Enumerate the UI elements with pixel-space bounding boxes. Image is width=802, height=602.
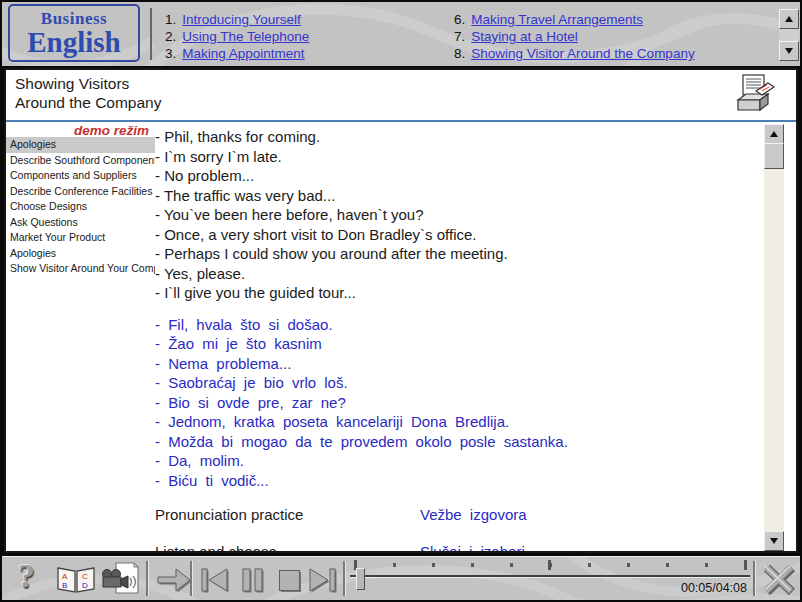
sidebar-item-describe-southford-components[interactable]: Describe Southford Components: [6, 153, 155, 169]
application-window: Business English 1. Introducing Yourself…: [0, 0, 802, 602]
sidebar-item-show-visitor-around[interactable]: Show Visitor Around Your Comp: [6, 261, 155, 277]
dictionary-button[interactable]: A B C D: [56, 564, 96, 598]
previous-track-button[interactable]: [196, 561, 234, 600]
content-scrollbar[interactable]: [764, 124, 784, 551]
lesson-link-7[interactable]: 7. Staying at a Hotel: [454, 28, 695, 45]
sidebar-item-ask-questions[interactable]: Ask Questions: [6, 215, 155, 231]
dialogue-line-sr: - Biću ti vodič...: [155, 471, 748, 491]
dialogue-line-en: - You`ve been here before, haven`t you?: [155, 205, 748, 225]
next-track-button[interactable]: [304, 561, 342, 600]
lesson-link-label[interactable]: Making Appointment: [182, 46, 304, 61]
sidebar-item-describe-conference-facilities[interactable]: Describe Conference Facilities: [6, 184, 155, 200]
pause-button[interactable]: [234, 561, 270, 600]
lesson-link-3[interactable]: 3. Making Appointment: [165, 45, 309, 62]
toolbar-divider: [146, 561, 149, 596]
stop-icon: [270, 561, 306, 597]
lesson-link-label[interactable]: Introducing Yourself: [182, 12, 301, 27]
sidebar-item-apologies[interactable]: Apologies: [6, 137, 155, 153]
triangle-down-icon: [785, 48, 793, 54]
page-title-line1: Showing Visitors: [15, 75, 161, 94]
lesson-link-label[interactable]: Making Travel Arrangements: [471, 12, 643, 27]
dialogue-line-sr: - Saobraćaj je bio vrlo loš.: [155, 373, 748, 393]
dialogue-line-en: - Once, a very short visit to Don Bradle…: [155, 225, 748, 245]
video-transcript-button[interactable]: [100, 561, 142, 600]
dialogue-line-sr: - Jednom, kratka poseta kancelariji Dona…: [155, 412, 748, 432]
lesson-link-1[interactable]: 1. Introducing Yourself: [165, 11, 309, 28]
svg-text:D: D: [82, 581, 88, 590]
triangle-up-icon: [770, 131, 778, 137]
timeline-track[interactable]: [350, 575, 750, 578]
dialogue-line-sr: - Nema problema...: [155, 354, 748, 374]
lesson-number: 3.: [165, 46, 176, 61]
time-display: 00:05/04:08: [642, 581, 747, 595]
sidebar-item-apologies-2[interactable]: Apologies: [6, 246, 155, 262]
scroll-up-button[interactable]: [779, 9, 799, 29]
svg-text:C: C: [82, 572, 88, 581]
lesson-link-2[interactable]: 2. Using The Telephone: [165, 28, 309, 45]
dialogue-line-sr: - Bio si ovde pre, zar ne?: [155, 393, 748, 413]
lesson-link-6[interactable]: 6. Making Travel Arrangements: [454, 11, 695, 28]
stop-button[interactable]: [270, 561, 306, 600]
lesson-list-left: 1. Introducing Yourself 2. Using The Tel…: [165, 11, 309, 62]
lesson-number: 7.: [454, 29, 465, 44]
page-title: Showing Visitors Around the Company: [15, 75, 161, 112]
timeline-major-tick: [744, 560, 747, 570]
sidebar-item-components-and-suppliers[interactable]: Components and Suppliers: [6, 168, 155, 184]
lesson-link-label[interactable]: Using The Telephone: [182, 29, 309, 44]
help-button[interactable]: ?: [18, 557, 35, 595]
lesson-link-8[interactable]: 8. Showing Visitor Around the Company: [454, 45, 695, 62]
open-book-icon: A B C D: [56, 564, 96, 594]
lesson-link-label[interactable]: Staying at a Hotel: [471, 29, 578, 44]
page-title-line2: Around the Company: [15, 94, 161, 113]
triangle-down-icon: [770, 538, 778, 544]
scroll-down-button[interactable]: [779, 41, 799, 61]
lesson-number: 1.: [165, 12, 176, 27]
exercise-sidebar: Apologies Describe Southford Components …: [6, 137, 155, 277]
dialogue-line-en: - No problem...: [155, 166, 748, 186]
dialogue-text-area: - Phil, thanks for coming. - I`m sorry I…: [155, 127, 748, 553]
content-scroll-up-button[interactable]: [764, 124, 784, 144]
pause-icon: [234, 561, 270, 597]
dialogue-serbian-block: - Fil, hvala što si došao. - Žao mi je š…: [155, 315, 748, 491]
dialogue-line-en: - The traffic was very bad...: [155, 186, 748, 206]
lesson-link-label[interactable]: Showing Visitor Around the Company: [471, 46, 694, 61]
top-navigation-bar: Business English 1. Introducing Yourself…: [2, 2, 800, 66]
skip-forward-icon: [304, 561, 342, 597]
content-scroll-down-button[interactable]: [764, 531, 784, 551]
lesson-content-window: Showing Visitors Around the Company demo…: [4, 68, 798, 553]
pronunciation-practice-row: Pronunciation practice Vežbe izgovora: [155, 505, 748, 525]
dialogue-line-sr: - Možda bi mogao da te provedem okolo po…: [155, 432, 748, 452]
continue-button[interactable]: [154, 561, 192, 600]
listen-and-choose-row: Listen and choose Slušaj i izaberi: [155, 542, 748, 553]
dialogue-english-block: - Phil, thanks for coming. - I`m sorry I…: [155, 127, 748, 303]
lesson-number: 8.: [454, 46, 465, 61]
timeline-major-tick: [548, 560, 551, 570]
logo-text-line2: English: [10, 29, 138, 56]
dialogue-line-en: - Phil, thanks for coming.: [155, 127, 748, 147]
vertical-divider: [150, 8, 152, 60]
lesson-number: 6.: [454, 12, 465, 27]
demo-mode-label: demo režim: [74, 123, 149, 138]
dialogue-line-sr: - Fil, hvala što si došao.: [155, 315, 748, 335]
lesson-number: 2.: [165, 29, 176, 44]
pronunciation-practice-label: Pronunciation practice: [155, 506, 303, 523]
pronunciation-practice-label-serbian[interactable]: Vežbe izgovora: [420, 505, 527, 525]
print-icon[interactable]: [734, 73, 776, 123]
timeline-slider-thumb[interactable]: [356, 568, 365, 590]
lesson-list-scrollbar[interactable]: [779, 9, 799, 61]
svg-text:A: A: [62, 572, 68, 581]
content-scrollbar-thumb[interactable]: [764, 143, 784, 169]
dialogue-line-sr: - Da, molim.: [155, 451, 748, 471]
listen-and-choose-label-serbian[interactable]: Slušaj i izaberi: [420, 542, 525, 553]
toolbar-divider: [190, 561, 193, 596]
header-divider-rule: [6, 120, 796, 122]
sidebar-item-market-your-product[interactable]: Market Your Product: [6, 230, 155, 246]
listen-and-choose-label: Listen and choose: [155, 543, 277, 553]
toolbar-divider: [343, 561, 346, 596]
svg-text:B: B: [62, 581, 67, 590]
sidebar-item-choose-designs[interactable]: Choose Designs: [6, 199, 155, 215]
skip-back-icon: [196, 561, 234, 597]
app-logo: Business English: [8, 4, 140, 62]
lesson-list-right: 6. Making Travel Arrangements 7. Staying…: [454, 11, 695, 62]
exit-button[interactable]: [759, 559, 799, 600]
